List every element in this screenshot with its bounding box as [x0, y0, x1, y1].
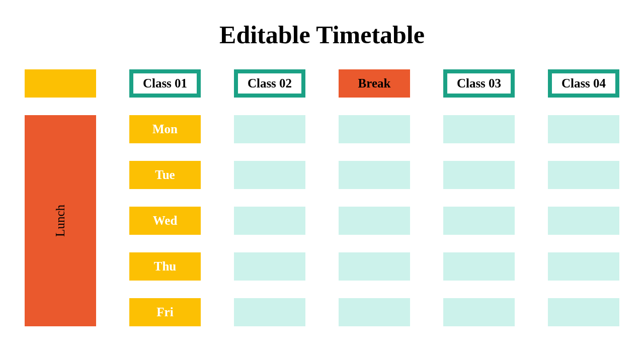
day-label-mon: Mon: [129, 115, 201, 143]
column-header-class3: Class 03: [443, 69, 515, 98]
day-header-blank: [25, 69, 96, 98]
column-header-class2: Class 02: [234, 69, 305, 98]
slot-mon-class2[interactable]: [339, 115, 410, 143]
day-label-thu: Thu: [129, 252, 201, 281]
column-header-break: Break: [339, 69, 410, 98]
slot-tue-class3[interactable]: [443, 161, 515, 189]
column-header-class4: Class 04: [548, 69, 619, 98]
slot-fri-class4[interactable]: [548, 298, 619, 326]
day-label-wed: Wed: [129, 207, 201, 235]
slot-wed-class2[interactable]: [339, 207, 410, 235]
column-header-class1: Class 01: [129, 69, 201, 98]
slot-thu-class2[interactable]: [339, 252, 410, 281]
slot-thu-class1[interactable]: [234, 252, 305, 281]
slot-mon-class1[interactable]: [234, 115, 305, 143]
slot-thu-class3[interactable]: [443, 252, 515, 281]
slot-wed-class4[interactable]: [548, 207, 619, 235]
day-label-tue: Tue: [129, 161, 201, 189]
page-title: Editable Timetable: [0, 20, 644, 49]
slot-fri-class3[interactable]: [443, 298, 515, 326]
slot-mon-class4[interactable]: [548, 115, 619, 143]
timetable-grid: Class 01 Class 02 Break Class 03 Class 0…: [0, 69, 644, 326]
day-label-fri: Fri: [129, 298, 201, 326]
slot-tue-class4[interactable]: [548, 161, 619, 189]
slot-thu-class4[interactable]: [548, 252, 619, 281]
slot-fri-class2[interactable]: [339, 298, 410, 326]
slot-wed-class3[interactable]: [443, 207, 515, 235]
slot-wed-class1[interactable]: [234, 207, 305, 235]
slot-fri-class1[interactable]: [234, 298, 305, 326]
lunch-block: Lunch: [25, 115, 96, 326]
slot-mon-class3[interactable]: [443, 115, 515, 143]
slot-tue-class1[interactable]: [234, 161, 305, 189]
slot-tue-class2[interactable]: [339, 161, 410, 189]
lunch-label: Lunch: [53, 205, 67, 237]
